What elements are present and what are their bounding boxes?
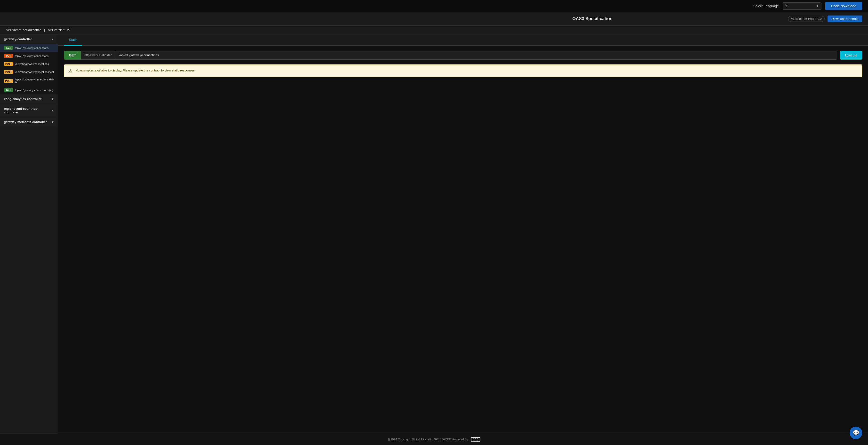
- endpoint-url-container: https://api.static.dac /api/v1/gateway/c…: [81, 51, 837, 60]
- api-version-label: API Version:: [48, 28, 65, 32]
- select-language-label: Select Language: [753, 4, 779, 8]
- warning-icon: ⚠: [69, 68, 72, 74]
- spec-title: OAS3 Specification: [397, 16, 788, 21]
- sidebar-item-post-connections-test[interactable]: POST /api/v1/gateway/connections/test: [0, 68, 58, 76]
- warning-text: No examples available to display. Please…: [75, 68, 195, 73]
- endpoint-base-url: https://api.static.dac: [81, 51, 116, 59]
- sidebar-item-path: /api/v1/gateway/connections/test: [15, 70, 54, 73]
- sidebar-section-label: gateway-controller: [4, 37, 32, 41]
- api-info-bar: API Name: sof-authorize | API Version: v…: [0, 26, 868, 34]
- method-badge-post: POST: [4, 79, 13, 83]
- sidebar-section-kong-analytics-controller: kong-analytics-controller ▼: [0, 94, 58, 104]
- content-area: Static GET https://api.static.dac /api/v…: [58, 34, 868, 434]
- sidebar-item-post-connections[interactable]: POST /api/v1/gateway/connections: [0, 60, 58, 68]
- api-name-label: API Name:: [6, 28, 21, 32]
- method-badge-post: POST: [4, 62, 13, 66]
- endpoint-row: GET https://api.static.dac /api/v1/gatew…: [64, 51, 862, 60]
- language-select[interactable]: C Python Java JavaScript Go Ruby PHP: [783, 2, 822, 10]
- sidebar-items-gateway-controller: GET /api/v1/gateway/connections PUT /api…: [0, 44, 58, 94]
- execute-button[interactable]: Execute: [840, 51, 862, 60]
- chevron-down-icon: ▼: [51, 109, 54, 112]
- dac-logo-box: DAC: [471, 437, 480, 442]
- sidebar-item-path: /api/v1/gateway/connections: [15, 63, 49, 65]
- spec-header: OAS3 Specification Version: Pre-Prod-1.0…: [0, 12, 868, 26]
- sidebar-section-header-kong-analytics[interactable]: kong-analytics-controller ▼: [0, 94, 58, 104]
- sidebar-item-get-connections[interactable]: GET /api/v1/gateway/connections: [0, 44, 58, 52]
- api-version-value: v2: [67, 28, 70, 32]
- footer: @2024 Copyright: Digital APIcraft SPEEDP…: [0, 434, 868, 445]
- chevron-down-icon: ▼: [51, 120, 54, 124]
- sidebar-section-label: kong-analytics-controller: [4, 97, 41, 101]
- sidebar-section-label: regions-and-countries-controller: [4, 107, 51, 114]
- endpoint-path: /api/v1/gateway/connections: [116, 51, 837, 59]
- main-layout: gateway-controller ▲ GET /api/v1/gateway…: [0, 34, 868, 434]
- sidebar-item-path: /api/v1/gateway/connections/{id}: [15, 89, 53, 92]
- method-badge-put: PUT: [4, 54, 13, 58]
- sidebar-section-header-gateway-controller[interactable]: gateway-controller ▲: [0, 34, 58, 44]
- tab-static[interactable]: Static: [64, 34, 82, 46]
- content-body: GET https://api.static.dac /api/v1/gatew…: [58, 46, 868, 434]
- sidebar-item-path: /api/v1/gateway/connections/delete: [15, 78, 55, 84]
- endpoint-method-badge: GET: [64, 51, 81, 60]
- footer-copyright: @2024 Copyright: Digital APIcraft: [388, 438, 431, 441]
- content-tabs: Static: [58, 34, 868, 46]
- sidebar-item-path: /api/v1/gateway/connections: [15, 46, 49, 50]
- sidebar-section-header-gateway-metadata[interactable]: gateway-metadata-controller ▼: [0, 117, 58, 127]
- chat-icon: 💬: [853, 430, 859, 436]
- sidebar: gateway-controller ▲ GET /api/v1/gateway…: [0, 34, 58, 434]
- chat-fab-button[interactable]: 💬: [849, 426, 862, 439]
- api-name-value: sof-authorize: [23, 28, 41, 32]
- footer-powered-by: SPEEDPOST Powered By: [434, 438, 468, 441]
- sidebar-section-regions-countries-controller: regions-and-countries-controller ▼: [0, 104, 58, 117]
- sidebar-item-post-connections-delete[interactable]: POST /api/v1/gateway/connections/delete: [0, 76, 58, 86]
- sidebar-section-gateway-controller: gateway-controller ▲ GET /api/v1/gateway…: [0, 34, 58, 94]
- api-info-separator: |: [44, 28, 45, 32]
- sidebar-section-gateway-metadata-controller: gateway-metadata-controller ▼: [0, 117, 58, 127]
- top-header: Select Language C Python Java JavaScript…: [0, 0, 868, 12]
- sidebar-section-header-regions-countries[interactable]: regions-and-countries-controller ▼: [0, 104, 58, 117]
- code-download-button[interactable]: Code download: [825, 2, 862, 10]
- warning-box: ⚠ No examples available to display. Plea…: [64, 64, 862, 77]
- sidebar-item-put-connections[interactable]: PUT /api/v1/gateway/connections: [0, 52, 58, 60]
- footer-dac-logo: DAC: [471, 437, 480, 442]
- spec-header-right: Version: Pre-Prod-1.0.0 Download Contrac…: [788, 15, 862, 22]
- method-badge-get: GET: [4, 88, 13, 92]
- sidebar-item-get-connections-id[interactable]: GET /api/v1/gateway/connections/{id}: [0, 86, 58, 94]
- method-badge-post: POST: [4, 70, 13, 74]
- sidebar-section-label: gateway-metadata-controller: [4, 120, 47, 124]
- chevron-up-icon: ▲: [51, 37, 54, 41]
- chevron-down-icon: ▼: [51, 97, 54, 101]
- download-contract-button[interactable]: Download Contract: [828, 15, 862, 22]
- method-badge-get: GET: [4, 46, 13, 50]
- language-select-wrapper: C Python Java JavaScript Go Ruby PHP ▼: [783, 2, 822, 10]
- version-badge: Version: Pre-Prod-1.0.0: [788, 16, 825, 22]
- sidebar-item-path: /api/v1/gateway/connections: [15, 55, 49, 57]
